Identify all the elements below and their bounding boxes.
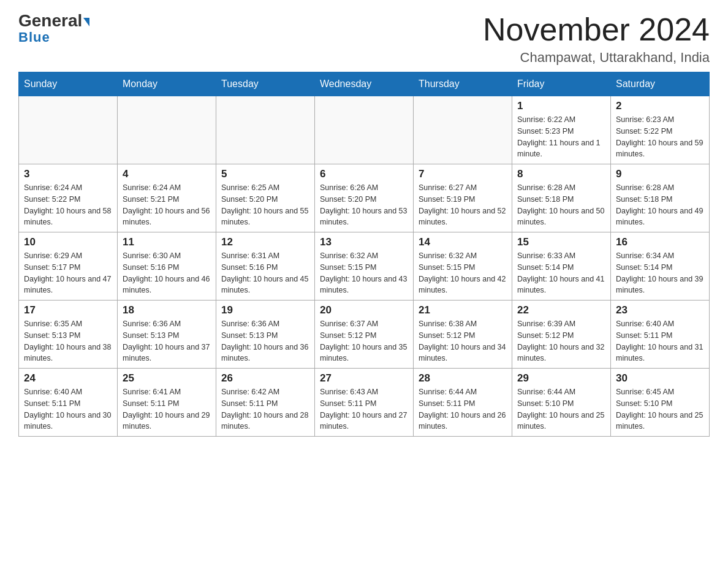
calendar-cell: 18Sunrise: 6:36 AM Sunset: 5:13 PM Dayli… bbox=[118, 301, 216, 369]
day-info: Sunrise: 6:24 AM Sunset: 5:22 PM Dayligh… bbox=[24, 182, 112, 228]
logo-blue: Blue bbox=[18, 29, 50, 45]
calendar-cell: 26Sunrise: 6:42 AM Sunset: 5:11 PM Dayli… bbox=[216, 369, 315, 437]
day-number: 9 bbox=[616, 168, 704, 180]
day-number: 18 bbox=[123, 304, 211, 316]
calendar-cell bbox=[118, 96, 216, 164]
day-info: Sunrise: 6:42 AM Sunset: 5:11 PM Dayligh… bbox=[221, 386, 309, 432]
weekday-header-friday: Friday bbox=[512, 72, 611, 96]
weekday-header-monday: Monday bbox=[118, 72, 216, 96]
day-info: Sunrise: 6:45 AM Sunset: 5:10 PM Dayligh… bbox=[616, 386, 704, 432]
calendar-cell: 30Sunrise: 6:45 AM Sunset: 5:10 PM Dayli… bbox=[611, 369, 710, 437]
day-number: 27 bbox=[320, 372, 408, 385]
calendar-cell: 28Sunrise: 6:44 AM Sunset: 5:11 PM Dayli… bbox=[414, 369, 512, 437]
day-info: Sunrise: 6:28 AM Sunset: 5:18 PM Dayligh… bbox=[616, 182, 704, 228]
day-info: Sunrise: 6:28 AM Sunset: 5:18 PM Dayligh… bbox=[517, 182, 605, 228]
day-info: Sunrise: 6:25 AM Sunset: 5:20 PM Dayligh… bbox=[221, 182, 309, 228]
weekday-header-thursday: Thursday bbox=[414, 72, 512, 96]
day-number: 5 bbox=[221, 168, 309, 180]
day-number: 12 bbox=[221, 236, 309, 248]
day-info: Sunrise: 6:36 AM Sunset: 5:13 PM Dayligh… bbox=[123, 318, 211, 364]
location-title: Champawat, Uttarakhand, India bbox=[483, 50, 710, 66]
day-number: 23 bbox=[616, 304, 704, 316]
calendar-cell: 7Sunrise: 6:27 AM Sunset: 5:19 PM Daylig… bbox=[414, 164, 512, 232]
weekday-header-tuesday: Tuesday bbox=[216, 72, 315, 96]
calendar-header-row: SundayMondayTuesdayWednesdayThursdayFrid… bbox=[19, 72, 710, 96]
calendar-cell: 6Sunrise: 6:26 AM Sunset: 5:20 PM Daylig… bbox=[315, 164, 414, 232]
day-number: 3 bbox=[24, 168, 112, 180]
day-info: Sunrise: 6:35 AM Sunset: 5:13 PM Dayligh… bbox=[24, 318, 112, 364]
day-number: 26 bbox=[221, 372, 309, 385]
day-number: 14 bbox=[419, 236, 507, 248]
day-info: Sunrise: 6:27 AM Sunset: 5:19 PM Dayligh… bbox=[419, 182, 507, 228]
calendar-week-row: 24Sunrise: 6:40 AM Sunset: 5:11 PM Dayli… bbox=[19, 369, 710, 437]
day-info: Sunrise: 6:36 AM Sunset: 5:13 PM Dayligh… bbox=[221, 318, 309, 364]
day-info: Sunrise: 6:44 AM Sunset: 5:10 PM Dayligh… bbox=[517, 386, 605, 432]
calendar-cell: 13Sunrise: 6:32 AM Sunset: 5:15 PM Dayli… bbox=[315, 232, 414, 301]
calendar-cell: 2Sunrise: 6:23 AM Sunset: 5:22 PM Daylig… bbox=[611, 96, 710, 164]
day-number: 21 bbox=[419, 304, 507, 316]
day-number: 7 bbox=[419, 168, 507, 180]
day-number: 6 bbox=[320, 168, 408, 180]
day-number: 10 bbox=[24, 236, 112, 248]
day-number: 17 bbox=[24, 304, 112, 316]
day-number: 24 bbox=[24, 372, 112, 385]
day-info: Sunrise: 6:32 AM Sunset: 5:15 PM Dayligh… bbox=[419, 250, 507, 296]
calendar-cell: 24Sunrise: 6:40 AM Sunset: 5:11 PM Dayli… bbox=[19, 369, 118, 437]
day-info: Sunrise: 6:22 AM Sunset: 5:23 PM Dayligh… bbox=[517, 114, 605, 160]
day-info: Sunrise: 6:29 AM Sunset: 5:17 PM Dayligh… bbox=[24, 250, 112, 296]
calendar-week-row: 17Sunrise: 6:35 AM Sunset: 5:13 PM Dayli… bbox=[19, 301, 710, 369]
day-info: Sunrise: 6:39 AM Sunset: 5:12 PM Dayligh… bbox=[517, 318, 605, 364]
logo: General Blue bbox=[18, 12, 89, 45]
day-number: 15 bbox=[517, 236, 605, 248]
day-info: Sunrise: 6:23 AM Sunset: 5:22 PM Dayligh… bbox=[616, 114, 704, 160]
calendar-week-row: 10Sunrise: 6:29 AM Sunset: 5:17 PM Dayli… bbox=[19, 232, 710, 301]
calendar-table: SundayMondayTuesdayWednesdayThursdayFrid… bbox=[18, 72, 710, 437]
day-info: Sunrise: 6:33 AM Sunset: 5:14 PM Dayligh… bbox=[517, 250, 605, 296]
day-info: Sunrise: 6:26 AM Sunset: 5:20 PM Dayligh… bbox=[320, 182, 408, 228]
day-number: 22 bbox=[517, 304, 605, 316]
calendar-cell: 1Sunrise: 6:22 AM Sunset: 5:23 PM Daylig… bbox=[512, 96, 611, 164]
day-info: Sunrise: 6:41 AM Sunset: 5:11 PM Dayligh… bbox=[123, 386, 211, 432]
title-area: November 2024 Champawat, Uttarakhand, In… bbox=[483, 12, 710, 66]
day-info: Sunrise: 6:40 AM Sunset: 5:11 PM Dayligh… bbox=[616, 318, 704, 364]
day-number: 16 bbox=[616, 236, 704, 248]
day-number: 2 bbox=[616, 100, 704, 112]
calendar-cell bbox=[414, 96, 512, 164]
calendar-cell: 8Sunrise: 6:28 AM Sunset: 5:18 PM Daylig… bbox=[512, 164, 611, 232]
day-number: 13 bbox=[320, 236, 408, 248]
calendar-week-row: 3Sunrise: 6:24 AM Sunset: 5:22 PM Daylig… bbox=[19, 164, 710, 232]
day-number: 4 bbox=[123, 168, 211, 180]
calendar-cell: 14Sunrise: 6:32 AM Sunset: 5:15 PM Dayli… bbox=[414, 232, 512, 301]
day-number: 11 bbox=[123, 236, 211, 248]
logo-general: General bbox=[18, 12, 89, 29]
calendar-cell: 21Sunrise: 6:38 AM Sunset: 5:12 PM Dayli… bbox=[414, 301, 512, 369]
day-info: Sunrise: 6:40 AM Sunset: 5:11 PM Dayligh… bbox=[24, 386, 112, 432]
calendar-cell bbox=[19, 96, 118, 164]
calendar-cell: 17Sunrise: 6:35 AM Sunset: 5:13 PM Dayli… bbox=[19, 301, 118, 369]
day-info: Sunrise: 6:34 AM Sunset: 5:14 PM Dayligh… bbox=[616, 250, 704, 296]
month-title: November 2024 bbox=[483, 12, 710, 47]
calendar-cell: 16Sunrise: 6:34 AM Sunset: 5:14 PM Dayli… bbox=[611, 232, 710, 301]
calendar-cell: 11Sunrise: 6:30 AM Sunset: 5:16 PM Dayli… bbox=[118, 232, 216, 301]
day-number: 29 bbox=[517, 372, 605, 385]
calendar-cell: 15Sunrise: 6:33 AM Sunset: 5:14 PM Dayli… bbox=[512, 232, 611, 301]
calendar-cell: 9Sunrise: 6:28 AM Sunset: 5:18 PM Daylig… bbox=[611, 164, 710, 232]
day-info: Sunrise: 6:44 AM Sunset: 5:11 PM Dayligh… bbox=[419, 386, 507, 432]
calendar-cell bbox=[315, 96, 414, 164]
calendar-cell: 3Sunrise: 6:24 AM Sunset: 5:22 PM Daylig… bbox=[19, 164, 118, 232]
calendar-cell: 4Sunrise: 6:24 AM Sunset: 5:21 PM Daylig… bbox=[118, 164, 216, 232]
day-number: 19 bbox=[221, 304, 309, 316]
day-number: 20 bbox=[320, 304, 408, 316]
calendar-cell: 20Sunrise: 6:37 AM Sunset: 5:12 PM Dayli… bbox=[315, 301, 414, 369]
day-info: Sunrise: 6:31 AM Sunset: 5:16 PM Dayligh… bbox=[221, 250, 309, 296]
day-info: Sunrise: 6:30 AM Sunset: 5:16 PM Dayligh… bbox=[123, 250, 211, 296]
day-info: Sunrise: 6:37 AM Sunset: 5:12 PM Dayligh… bbox=[320, 318, 408, 364]
day-info: Sunrise: 6:43 AM Sunset: 5:11 PM Dayligh… bbox=[320, 386, 408, 432]
calendar-cell: 29Sunrise: 6:44 AM Sunset: 5:10 PM Dayli… bbox=[512, 369, 611, 437]
calendar-week-row: 1Sunrise: 6:22 AM Sunset: 5:23 PM Daylig… bbox=[19, 96, 710, 164]
weekday-header-sunday: Sunday bbox=[19, 72, 118, 96]
weekday-header-saturday: Saturday bbox=[611, 72, 710, 96]
day-info: Sunrise: 6:38 AM Sunset: 5:12 PM Dayligh… bbox=[419, 318, 507, 364]
calendar-cell: 19Sunrise: 6:36 AM Sunset: 5:13 PM Dayli… bbox=[216, 301, 315, 369]
calendar-cell: 22Sunrise: 6:39 AM Sunset: 5:12 PM Dayli… bbox=[512, 301, 611, 369]
